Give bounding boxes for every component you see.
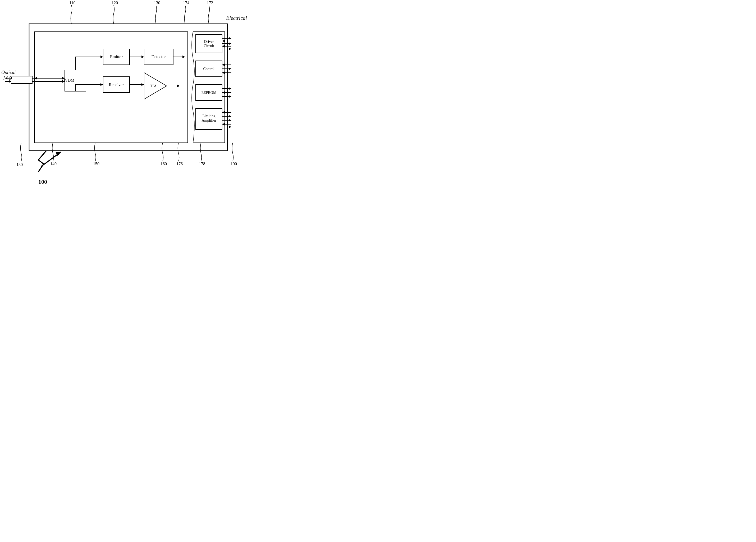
svg-marker-54 xyxy=(229,87,231,90)
svg-text:180: 180 xyxy=(16,162,23,167)
svg-text:Limiting: Limiting xyxy=(203,114,216,118)
svg-text:I / O: I / O xyxy=(3,76,12,81)
svg-text:Control: Control xyxy=(203,67,215,71)
svg-marker-64 xyxy=(229,119,231,122)
svg-marker-50 xyxy=(229,67,231,70)
svg-text:Electrical: Electrical xyxy=(226,15,247,21)
svg-marker-38 xyxy=(229,37,231,40)
svg-text:120: 120 xyxy=(112,1,118,5)
svg-text:TIA: TIA xyxy=(150,84,157,88)
svg-text:Emitter: Emitter xyxy=(110,54,123,59)
svg-line-72 xyxy=(38,160,44,164)
svg-line-73 xyxy=(38,151,46,160)
svg-marker-58 xyxy=(229,95,231,98)
svg-text:130: 130 xyxy=(154,1,160,5)
svg-text:172: 172 xyxy=(207,1,213,5)
svg-text:Optical: Optical xyxy=(1,70,16,75)
svg-text:100: 100 xyxy=(38,178,47,185)
svg-text:Receiver: Receiver xyxy=(109,82,124,87)
svg-text:Driver: Driver xyxy=(204,40,214,44)
svg-text:160: 160 xyxy=(161,162,167,166)
svg-rect-3 xyxy=(11,76,32,84)
svg-text:178: 178 xyxy=(199,162,205,166)
svg-marker-62 xyxy=(229,115,231,118)
svg-marker-46 xyxy=(229,48,231,50)
svg-text:Circuit: Circuit xyxy=(204,44,214,48)
svg-marker-68 xyxy=(229,126,231,128)
svg-text:WDM: WDM xyxy=(64,78,75,82)
svg-text:Detector: Detector xyxy=(151,54,166,59)
svg-text:176: 176 xyxy=(176,162,183,166)
svg-text:Amplifier: Amplifier xyxy=(201,118,216,122)
svg-text:EEPROM: EEPROM xyxy=(201,91,217,95)
svg-text:150: 150 xyxy=(93,162,99,166)
svg-text:174: 174 xyxy=(183,1,189,5)
svg-line-71 xyxy=(38,164,44,172)
svg-rect-9 xyxy=(196,34,222,53)
svg-text:110: 110 xyxy=(69,1,75,5)
svg-marker-42 xyxy=(229,42,231,45)
svg-text:140: 140 xyxy=(50,162,57,166)
svg-text:190: 190 xyxy=(231,162,237,166)
diagram-container: Optical I / O Electrical 110 120 130 174… xyxy=(0,0,264,190)
